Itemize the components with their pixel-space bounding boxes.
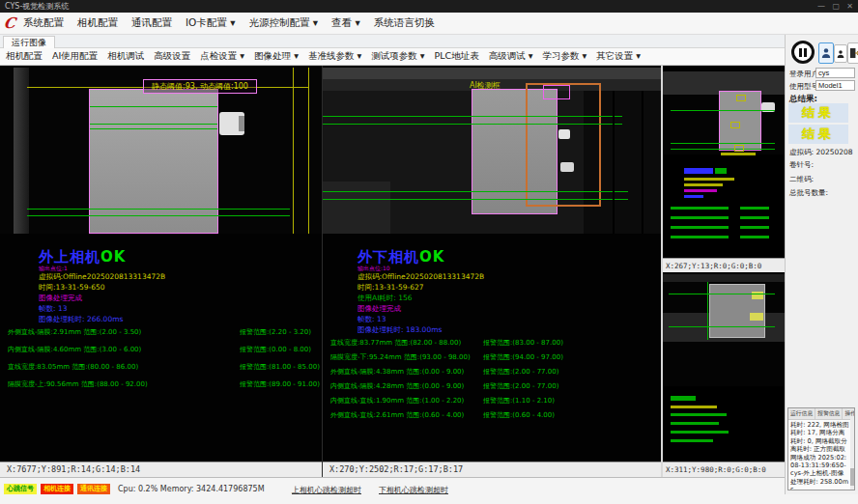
measurement-alarm: 报警范围:(2.00 - 77.00) [483,367,558,377]
result-ok: OK [419,248,444,266]
tool-camera-config[interactable]: 相机配置 [6,50,43,63]
menu-camera-config[interactable]: 相机配置 [77,16,118,30]
tool-ai-config[interactable]: AI使用配置 [52,50,98,63]
tab-alarm-info[interactable]: 报警信息 [815,408,843,419]
img-shape [558,129,570,139]
tool-test-params[interactable]: 测试项参数 ▾ [371,50,424,63]
thumb-top-image[interactable] [663,71,785,154]
camera-view-center[interactable]: AI检测框 外下相机OK 输出点位:10 虚拟码:Offline20250208… [323,66,661,477]
thumb-text-placeholder [671,396,696,401]
thumb-text-placeholder [671,236,729,238]
tab-run-info[interactable]: 运行信息 [788,408,815,419]
tool-camera-debug[interactable]: 相机调试 [107,50,144,63]
login-user-input[interactable] [815,68,855,78]
user-login-button[interactable] [818,42,834,64]
model-input[interactable] [815,80,855,91]
measurement-alarm: 报警范围:(89.00 - 91.00) [240,379,320,389]
img-shape [642,91,644,234]
menu-light-config[interactable]: 光源控制配置 ▾ [248,16,318,30]
measure-line [669,326,775,327]
upper-camera-warning: 上相机心跳检测超时 [292,485,361,495]
operator-button[interactable] [834,44,847,63]
exit-door-icon [849,47,858,59]
thumb-text-placeholder [671,226,729,229]
heartbeat-badge: 心跳信号 [4,484,37,494]
measure-line [90,124,217,125]
app-window: CYS-视觉检测系统 — ▢ ✕ C 系统配置 相机配置 通讯配置 IO卡配置 … [0,0,858,504]
camera-center-image[interactable]: AI检测框 [323,68,661,234]
img-shape [613,91,615,234]
toolbar: 相机配置 AI使用配置 相机调试 高级设置 点检设置 ▾ 图像处理 ▾ 基准线参… [0,48,785,66]
thumb-text-placeholder [721,153,756,155]
exit-button[interactable] [847,42,858,64]
result-box-1: 结果 [788,103,848,123]
measurement-alarm: 报警范围:(2.20 - 3.20) [240,327,311,337]
roi-box [89,89,218,234]
user-icon [821,47,831,59]
measurement-value: 隔膜宽度-下:95.24mm 范围:(93.00 - 98.00) [330,352,471,362]
info-log-text: 耗时: 222, 网络检图耗时: 17, 网络分离耗时: 0, 网络截取分离耗时… [788,420,854,490]
measurement-alarm: 报警范围:(0.60 - 4.00) [483,410,555,420]
tool-other-settings[interactable]: 其它设置 ▾ [596,50,641,63]
measure-line [323,191,628,192]
thumb-text-placeholder [715,168,727,174]
measure-line [27,215,290,216]
measurement-alarm: 报警范围:(81.00 - 85.00) [240,362,320,372]
thumb-text-placeholder [684,178,734,181]
scrollbar-thumb[interactable] [850,468,854,486]
process-done: 图像处理完成 [39,294,82,303]
thumb-text-placeholder [671,439,713,442]
frame-count: 帧数: 13 [39,304,67,314]
capture-time: 时间:13-31-59-650 [39,283,105,293]
camera-center-title: 外下相机OK [358,247,444,266]
thumb-bottom-image[interactable] [663,274,785,386]
virtual-code-label: 虚拟码: 20250208 [789,148,853,157]
process-done: 图像处理完成 [358,304,401,314]
img-shape [730,122,740,128]
thumb-text-placeholder [684,183,723,186]
menu-language[interactable]: 系统语言切换 [374,16,435,30]
close-icon[interactable]: ✕ [846,0,853,13]
menu-view[interactable]: 查看 ▾ [331,16,360,30]
tool-spotcheck-settings[interactable]: 点检设置 ▾ [200,50,244,63]
camera-left-image[interactable]: 静态阈值:93, 动态阈值:100 [0,68,322,234]
img-shape [560,162,574,172]
img-shape [239,116,244,131]
threshold-overlay-label: 静态阈值:93, 动态阈值:100 [143,79,257,94]
img-shape [323,182,390,234]
tool-plc-table[interactable]: PLC地址表 [435,50,479,63]
capture-time: 时间:13-31-59-627 [358,283,424,293]
info-scrollbar[interactable] [850,416,854,490]
menu-comm-config[interactable]: 通讯配置 [131,16,172,30]
menu-io-config[interactable]: IO卡配置 ▾ [186,16,235,30]
measure-line [323,116,622,117]
maximize-icon[interactable]: ▢ [832,0,840,13]
batch-count-label: 总批号数量: [789,188,828,198]
menu-system-config[interactable]: 系统配置 [23,16,64,30]
thumbnail-view-top[interactable]: X:267;Y:13;R:0;G:0;B:0 [663,71,785,272]
tool-advanced-settings[interactable]: 高级设置 [154,50,190,63]
measurement-alarm: 报警范围:(0.00 - 8.00) [240,345,311,354]
camera-link-badge: 相机连接 [41,484,73,494]
thumbnail-view-bottom[interactable]: X:311;Y:980;R:0;G:0;B:0 [663,274,785,477]
tool-image-processing[interactable]: 图像处理 ▾ [254,50,299,63]
camera-center-coords: X:270;Y:2502;R:17;G:17;B:17 [323,462,661,477]
tool-learning-params[interactable]: 学习参数 ▾ [542,50,586,63]
camera-view-left[interactable]: 静态阈值:93, 动态阈值:100 外上相机OK 输出点位:1 虚拟码:Offl… [0,66,322,477]
roi-sub-box [543,85,570,99]
tool-baseline-params[interactable]: 基准线参数 ▾ [308,50,361,63]
thumb-text-placeholder [671,216,729,219]
minimize-icon[interactable]: — [817,0,825,13]
reel-number-label: 卷针号: [789,160,814,170]
frame-count: 帧数: 13 [358,315,386,324]
pause-button[interactable] [791,41,815,64]
window-title: CYS-视觉检测系统 [5,2,69,11]
process-time: 图像处理耗时: 266.00ms [39,315,123,324]
thumb-bottom-coords: X:311;Y:980;R:0;G:0;B:0 [663,462,785,477]
tab-run-image[interactable]: 运行图像 [3,36,55,49]
thumb-text-placeholder [684,195,703,198]
main-area: 静态阈值:93, 动态阈值:100 外上相机OK 输出点位:1 虚拟码:Offl… [0,66,785,477]
thumb-text-placeholder [671,413,727,416]
measurement-alarm: 报警范围:(83.00 - 87.00) [483,338,563,348]
tool-advanced-debug[interactable]: 高级调试 ▾ [489,50,533,63]
